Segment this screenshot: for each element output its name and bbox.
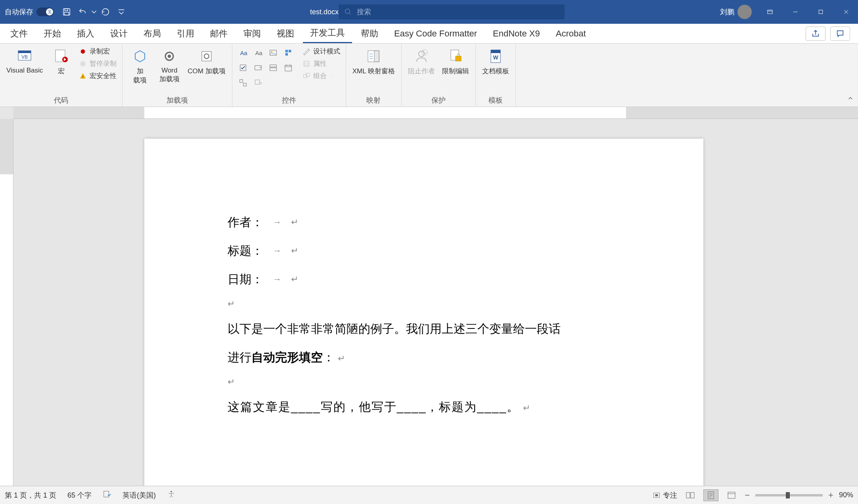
zoom-out-button[interactable]: −	[745, 490, 750, 500]
save-button[interactable]	[59, 4, 75, 20]
macro-security-button[interactable]: ! 宏安全性	[77, 71, 118, 81]
xml-mapping-icon	[365, 48, 382, 65]
visual-basic-button[interactable]: VB Visual Basic	[4, 46, 45, 76]
svg-rect-42	[374, 51, 379, 62]
redo-button[interactable]	[98, 4, 113, 20]
svg-rect-32	[270, 65, 276, 67]
autosave-label: 自动保存	[5, 7, 33, 17]
group-label-text: 组合	[313, 71, 327, 80]
addins-button[interactable]: 加 载项	[126, 46, 153, 86]
tab-file[interactable]: 文件	[3, 25, 35, 43]
group-code-label: 代码	[4, 95, 118, 106]
search-placeholder: 搜索	[357, 7, 371, 17]
focus-mode[interactable]: 专注	[653, 491, 677, 500]
group-addins-label: 加载项	[126, 95, 228, 106]
autosave-toggle[interactable]: 自动保存 关	[0, 7, 59, 17]
group-controls-label: 控件	[236, 95, 342, 106]
design-mode-button[interactable]: 设计模式	[301, 46, 342, 57]
dropdown-control[interactable]	[266, 61, 280, 74]
group-icon	[302, 72, 311, 80]
svg-rect-50	[104, 491, 109, 497]
read-mode-button[interactable]	[683, 489, 698, 501]
record-macro-button[interactable]: 录制宏	[77, 46, 118, 57]
field-date-label: 日期：	[228, 265, 263, 294]
tab-help[interactable]: 帮助	[354, 25, 385, 43]
com-addins-button[interactable]: COM 加载项	[185, 46, 228, 77]
comments-button[interactable]	[830, 27, 850, 41]
tab-layout[interactable]: 布局	[136, 25, 168, 43]
minimize-button[interactable]	[783, 4, 807, 20]
spell-check-icon[interactable]	[103, 490, 111, 500]
collapse-ribbon-button[interactable]	[847, 95, 854, 103]
record-icon	[79, 47, 87, 56]
restrict-editing-button[interactable]: 限制编辑	[440, 46, 471, 77]
svg-rect-35	[239, 80, 242, 82]
word-count[interactable]: 65 个字	[67, 491, 92, 500]
plain-text-control[interactable]: Aa	[251, 46, 265, 59]
vertical-ruler[interactable]	[0, 119, 13, 486]
zoom-thumb[interactable]	[786, 492, 790, 498]
language[interactable]: 英语(美国)	[123, 491, 156, 500]
checkbox-control[interactable]	[236, 61, 250, 74]
search-input[interactable]: 搜索	[339, 4, 565, 19]
group-protect-label: 保护	[406, 95, 471, 106]
share-button[interactable]	[806, 27, 825, 41]
tab-easy-code-formatter[interactable]: Easy Code Formatter	[387, 25, 484, 42]
maximize-button[interactable]	[809, 4, 833, 20]
paragraph-mark: ↵	[228, 372, 235, 393]
accessibility-icon[interactable]	[167, 490, 176, 500]
svg-rect-57	[728, 492, 735, 498]
warning-icon: !	[79, 72, 87, 80]
svg-rect-46	[456, 56, 461, 61]
zoom-level[interactable]: 90%	[839, 491, 853, 499]
document-template-label: 文档模板	[482, 67, 509, 76]
tab-acrobat[interactable]: Acrobat	[549, 25, 593, 42]
toggle-knob: 关	[46, 8, 53, 15]
macros-button[interactable]: 宏	[48, 46, 75, 77]
tab-developer[interactable]: 开发工具	[303, 24, 352, 43]
svg-rect-15	[83, 62, 84, 65]
zoom-in-button[interactable]: +	[828, 490, 833, 500]
svg-point-13	[80, 61, 86, 66]
tab-view[interactable]: 视图	[270, 25, 301, 43]
building-block-control[interactable]	[282, 46, 295, 59]
document-template-button[interactable]: W 文档模板	[480, 46, 511, 77]
undo-button[interactable]	[75, 4, 90, 20]
document-canvas[interactable]: 作者： → ↵ 标题： → ↵ 日期： → ↵ ↵ 以下是一个非常非常简陋的例子…	[13, 119, 858, 486]
combobox-control[interactable]	[251, 61, 265, 74]
tab-insert[interactable]: 插入	[70, 25, 102, 43]
tab-home[interactable]: 开始	[36, 25, 68, 43]
legacy-tools[interactable]	[251, 76, 265, 90]
word-addins-label: Word 加载项	[159, 67, 180, 84]
document-content[interactable]: 作者： → ↵ 标题： → ↵ 日期： → ↵ ↵ 以下是一个非常非常简陋的例子…	[228, 208, 620, 421]
tab-endnote[interactable]: EndNote X9	[486, 25, 547, 42]
rich-text-control[interactable]: Aa	[236, 46, 250, 59]
svg-text:Aa: Aa	[240, 50, 247, 56]
ribbon-display-options[interactable]	[758, 4, 782, 20]
page-info[interactable]: 第 1 页，共 1 页	[5, 491, 56, 500]
date-picker-control[interactable]	[282, 61, 295, 74]
undo-dropdown[interactable]	[90, 4, 98, 20]
para1b-pre: 进行	[228, 351, 251, 364]
para1b-bold: 自动完形填空	[251, 351, 323, 364]
properties-label: 属性	[313, 59, 327, 68]
picture-control[interactable]	[266, 46, 280, 59]
close-button[interactable]	[834, 4, 858, 20]
group-addins: 加 载项 Word 加载项 COM 加载项 加载项	[123, 44, 232, 107]
tab-mailings[interactable]: 邮件	[203, 25, 235, 43]
title-bar: 自动保存 关 test.docx - 已保存到这台电脑 搜索 刘鹏	[0, 0, 858, 24]
tab-references[interactable]: 引用	[170, 25, 201, 43]
paragraph-mark: ↵	[338, 353, 345, 363]
qat-customize[interactable]	[113, 4, 129, 20]
zoom-slider[interactable]	[755, 494, 823, 496]
tab-design[interactable]: 设计	[103, 25, 135, 43]
print-layout-button[interactable]	[703, 489, 718, 501]
repeating-section-control[interactable]	[236, 76, 250, 90]
user-account[interactable]: 刘鹏	[715, 5, 756, 19]
properties-button: 属性	[301, 58, 342, 69]
web-layout-button[interactable]	[724, 489, 739, 501]
xml-mapping-button[interactable]: XML 映射窗格	[350, 46, 397, 77]
horizontal-ruler[interactable]	[13, 107, 858, 119]
word-addins-button[interactable]: Word 加载项	[156, 46, 183, 85]
tab-review[interactable]: 审阅	[236, 25, 268, 43]
